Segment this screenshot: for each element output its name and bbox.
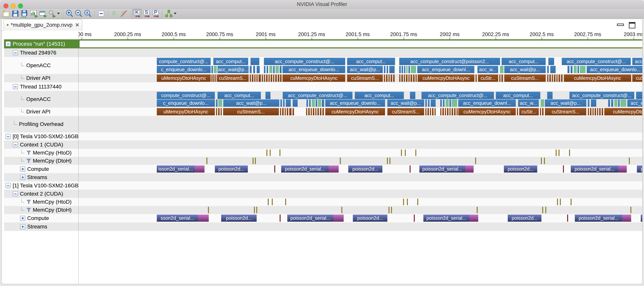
timeline-interval-bar[interactable]	[256, 74, 258, 82]
timeline-interval-bar[interactable]	[257, 66, 260, 73]
timeline-interval-bar[interactable]: acc_compute_construct@...	[562, 58, 631, 65]
timeline-interval-bar[interactable]	[622, 215, 631, 222]
timeline-interval-bar[interactable]	[266, 74, 268, 82]
timeline-interval-bar[interactable]	[386, 74, 388, 82]
timeline-interval-bar[interactable]	[266, 92, 270, 99]
memcpy-interval-bar[interactable]	[405, 150, 406, 156]
timeline-interval-bar[interactable]: acc_compute_construct@...	[422, 92, 494, 99]
memcpy-interval-bar[interactable]	[545, 207, 546, 213]
timeline-interval-bar[interactable]	[540, 108, 541, 115]
expand-toggle-icon[interactable]: +	[20, 167, 25, 172]
collapse-rows-button[interactable]	[96, 9, 106, 18]
memcpy-interval-bar[interactable]	[544, 158, 545, 164]
timeline-interval-bar[interactable]	[608, 99, 610, 107]
timeline-interval-bar[interactable]: cuStreamS...	[632, 74, 642, 82]
zoom-in-button[interactable]	[65, 9, 74, 18]
memcpy-interval-bar[interactable]	[417, 199, 418, 205]
find-dropdown-caret[interactable]	[57, 13, 60, 14]
timeline-interval-bar[interactable]	[313, 108, 314, 115]
memcpy-interval-bar[interactable]	[387, 158, 388, 164]
timeline-interval-bar[interactable]	[406, 66, 408, 73]
memcpy-interval-bar[interactable]	[477, 207, 478, 213]
memcpy-interval-bar[interactable]	[256, 207, 257, 213]
timeline-interval-bar[interactable]: poisson2d...	[641, 215, 642, 222]
timeline-interval-bar[interactable]	[591, 99, 596, 107]
timeline-interval-bar[interactable]	[390, 74, 392, 82]
timeline-interval-bar[interactable]	[258, 74, 261, 82]
timeline-interval-bar[interactable]: cuStreamS...	[504, 74, 546, 82]
timeline-interval-bar[interactable]	[588, 99, 590, 107]
timeline-interval-bar[interactable]	[450, 99, 451, 107]
timeline-interval-bar[interactable]	[500, 66, 504, 73]
timeline-interval-bar[interactable]	[414, 215, 415, 222]
timeline-interval-bar[interactable]: cuStreamS...	[223, 108, 279, 115]
timeline-interval-bar[interactable]: acc_enqueue_downlo...	[325, 99, 385, 107]
memcpy-interval-bar[interactable]	[388, 207, 390, 213]
timeline-interval-bar[interactable]	[264, 74, 265, 82]
memcpy-interval-bar[interactable]	[415, 150, 416, 156]
timeline-interval-bar[interactable]	[286, 99, 291, 107]
timeline-interval-bar[interactable]	[410, 166, 410, 173]
timeline-interval-bar[interactable]	[283, 99, 284, 107]
tree-item-driver2[interactable]: Driver API	[2, 107, 78, 116]
timeline-interval-bar[interactable]	[252, 74, 254, 82]
timeline-interval-bar[interactable]: acc_comput...	[496, 92, 540, 99]
timeline-interval-bar[interactable]	[416, 74, 417, 82]
memcpy-interval-bar[interactable]	[391, 207, 392, 213]
timeline-interval-bar[interactable]: poisson2d_serial...	[287, 215, 333, 222]
timeline-interval-bar[interactable]	[389, 66, 395, 73]
timeline-interval-bar[interactable]	[410, 74, 412, 82]
timeline-interval-bar[interactable]: acc_compute_construct@...	[283, 92, 352, 99]
timeline-interval-bar[interactable]	[578, 66, 579, 73]
memcpy-interval-bar[interactable]	[401, 150, 402, 156]
timeline-interval-bar[interactable]	[452, 108, 453, 115]
timeline-interval-bar[interactable]	[454, 108, 456, 115]
timeline-interval-bar[interactable]	[388, 74, 390, 82]
timeline-interval-bar[interactable]	[275, 74, 277, 82]
timeline-interval-bar[interactable]: acc_wait@p...	[223, 99, 279, 107]
new-session-button[interactable]	[2, 9, 11, 18]
timeline-interval-bar[interactable]: acc_enqueue_downl...	[458, 99, 516, 107]
timeline-interval-bar[interactable]	[250, 74, 251, 82]
memcpy-interval-bar[interactable]	[340, 158, 341, 164]
timeline-track-streams1[interactable]	[78, 222, 642, 231]
collapse-toggle-icon[interactable]: −	[6, 134, 11, 139]
timeline-interval-bar[interactable]: uMemcpyDtoHAsync	[157, 108, 215, 115]
minimize-view-icon[interactable]	[617, 24, 624, 26]
timeline-interval-bar[interactable]: acc_w...	[518, 99, 539, 107]
timeline-interval-bar[interactable]	[284, 108, 286, 115]
timeline-interval-bar[interactable]	[618, 166, 627, 173]
timeline-interval-bar[interactable]: cuStr...	[478, 74, 498, 82]
timeline-interval-bar[interactable]	[287, 108, 288, 115]
timeline-interval-bar[interactable]	[401, 74, 403, 82]
timeline-interval-bar[interactable]	[212, 74, 212, 82]
zoom-fit-button[interactable]: ±	[84, 9, 92, 18]
timeline-interval-bar[interactable]	[452, 99, 457, 107]
timeline-interval-bar[interactable]: sson2d_serial...	[157, 215, 198, 222]
timeline-interval-bar[interactable]: acc_enqueue_downlo...	[282, 66, 345, 73]
timeline-interval-bar[interactable]	[399, 74, 400, 82]
timeline-track-dtoh1[interactable]	[78, 206, 642, 214]
timeline-interval-bar[interactable]	[456, 108, 458, 115]
memcpy-interval-bar[interactable]	[266, 150, 268, 156]
timeline-interval-bar[interactable]: c_enqueue_downlo...	[157, 66, 211, 73]
memcpy-interval-bar[interactable]	[390, 158, 390, 164]
timeline-interval-bar[interactable]: cuMemcpyDtoHAsync	[325, 108, 385, 115]
memcpy-interval-bar[interactable]	[569, 150, 570, 156]
timeline-interval-bar[interactable]	[432, 108, 434, 115]
timeline-interval-bar[interactable]	[502, 74, 503, 82]
timeline-interval-bar[interactable]	[215, 74, 216, 82]
filter-off-button[interactable]: F	[119, 9, 128, 18]
timeline-interval-bar[interactable]: acc_comput...	[632, 58, 642, 65]
timeline-interval-bar[interactable]	[430, 108, 431, 115]
timeline-interval-bar[interactable]	[549, 74, 551, 82]
timeline-track-ctx2[interactable]	[78, 190, 642, 198]
memcpy-interval-bar[interactable]	[341, 207, 342, 213]
timeline-interval-bar[interactable]: c_enqueue_downlo...	[157, 99, 215, 107]
time-ruler[interactable]: 2000 ms2000.25 ms2000.5 ms2000.75 ms2001…	[78, 31, 642, 39]
timeline-interval-bar[interactable]	[547, 66, 549, 73]
stream-mode-button[interactable]: S	[142, 9, 151, 18]
memcpy-interval-bar[interactable]	[208, 207, 209, 213]
tree-item-dtoh1[interactable]: MemCpy (DtoH)	[2, 206, 78, 214]
timeline-interval-bar[interactable]	[410, 92, 415, 99]
